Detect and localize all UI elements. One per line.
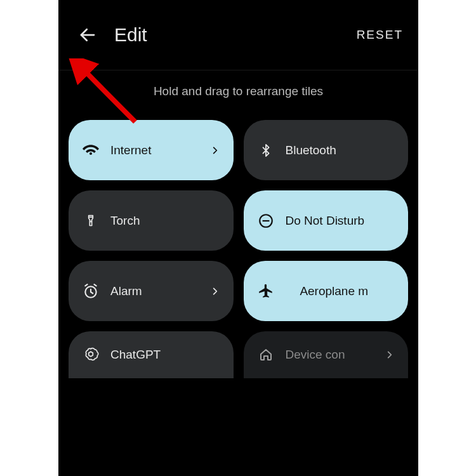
- tile-label: Device con: [286, 348, 386, 362]
- quick-settings-edit-screen: Edit RESET Hold and drag to rearrange ti…: [58, 0, 418, 476]
- tile-label: Aeroplane m: [274, 284, 395, 298]
- tiles-grid: Internet Bluetooth Torch Do Not Disturb: [58, 120, 418, 378]
- svg-line-9: [94, 284, 96, 286]
- tile-bluetooth[interactable]: Bluetooth: [244, 120, 409, 180]
- home-icon: [258, 347, 274, 363]
- chevron-right-icon: [211, 146, 220, 155]
- back-button[interactable]: [75, 22, 100, 48]
- svg-line-8: [85, 284, 87, 286]
- rearrange-hint: Hold and drag to rearrange tiles: [58, 84, 418, 98]
- do-not-disturb-icon: [258, 213, 274, 229]
- tile-chatgpt[interactable]: ChatGPT: [69, 331, 234, 378]
- tile-label: Internet: [110, 143, 211, 157]
- wifi-icon: [83, 142, 99, 159]
- tile-label: Do Not Disturb: [286, 214, 395, 228]
- svg-line-7: [91, 292, 93, 293]
- tile-label: Torch: [110, 214, 220, 228]
- tile-label: ChatGPT: [110, 348, 220, 362]
- tile-torch[interactable]: Torch: [69, 190, 234, 251]
- airplane-icon: [258, 283, 274, 300]
- tile-aeroplane-mode[interactable]: Aeroplane m: [244, 261, 409, 321]
- tile-do-not-disturb[interactable]: Do Not Disturb: [244, 190, 409, 251]
- tile-label: Bluetooth: [286, 143, 395, 157]
- bluetooth-icon: [258, 142, 274, 159]
- header-bar: Edit RESET: [58, 0, 418, 70]
- alarm-icon: [83, 283, 99, 300]
- flashlight-icon: [83, 213, 99, 229]
- chevron-right-icon: [211, 287, 220, 296]
- tile-label: Alarm: [110, 284, 211, 298]
- tile-internet[interactable]: Internet: [69, 120, 234, 180]
- arrow-left-icon: [78, 25, 97, 44]
- tile-device-controls[interactable]: Device con: [244, 331, 409, 378]
- tile-alarm[interactable]: Alarm: [69, 261, 234, 321]
- page-title: Edit: [114, 24, 357, 46]
- reset-button[interactable]: RESET: [357, 28, 407, 42]
- chevron-right-icon: [385, 350, 394, 359]
- chatgpt-icon: [83, 347, 99, 363]
